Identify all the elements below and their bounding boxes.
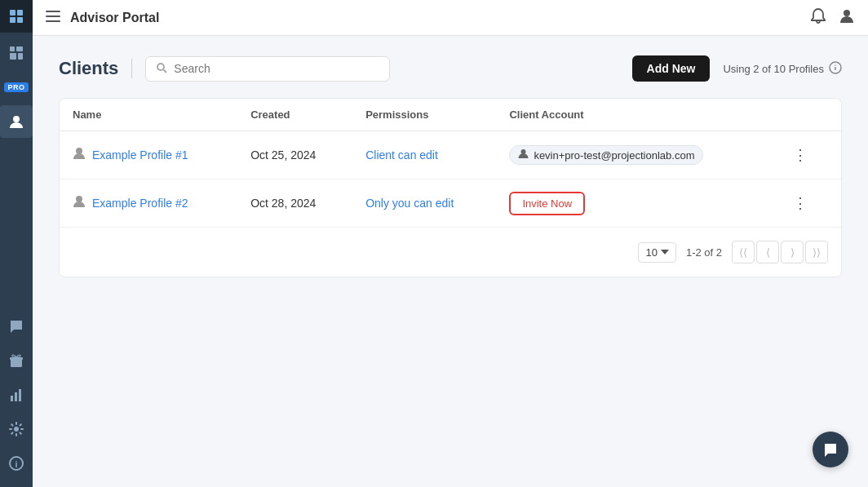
page-nav: ⟨⟨ ⟨ ⟩ ⟩⟩ [732, 241, 828, 263]
top-bar: Clients Add New Using 2 of 10 Profiles [59, 55, 842, 82]
clients-table: Name Created Permissions Client Account … [60, 99, 841, 227]
svg-rect-5 [16, 46, 23, 51]
sidebar-item-chat[interactable] [0, 310, 33, 343]
sidebar-item-gifts[interactable] [0, 344, 33, 377]
col-name: Name [60, 99, 237, 131]
col-actions [773, 99, 841, 131]
sidebar-item-analytics[interactable] [0, 379, 33, 411]
divider [131, 59, 132, 78]
pagination-bar: 10 1-2 of 2 ⟨⟨ ⟨ ⟩ ⟩⟩ [60, 227, 841, 277]
prev-page-button[interactable]: ⟨ [756, 241, 779, 263]
permissions-cell: Only you can edit [352, 179, 496, 228]
sidebar-item-info[interactable]: i [0, 447, 33, 480]
sidebar-item-pro[interactable]: PRO [0, 71, 33, 104]
svg-point-28 [76, 196, 82, 202]
sidebar-logo[interactable] [0, 0, 33, 33]
header-title: Advisor Portal [70, 11, 801, 25]
created-cell: Oct 28, 2024 [237, 179, 352, 228]
sidebar-item-clients[interactable] [0, 105, 33, 138]
next-page-button[interactable]: ⟩ [781, 241, 804, 263]
page-body: Clients Add New Using 2 of 10 Profiles [33, 36, 868, 487]
svg-rect-7 [18, 53, 23, 60]
permissions-link[interactable]: Only you can edit [365, 197, 454, 210]
svg-rect-0 [10, 10, 16, 15]
table-row: Example Profile #2 Oct 28, 2024Only you … [60, 179, 841, 228]
client-account-cell: Invite Now [496, 179, 773, 228]
svg-point-21 [157, 64, 164, 70]
profile-usage-text: Using 2 of 10 Profiles [723, 63, 824, 75]
table-container: Name Created Permissions Client Account … [59, 98, 842, 277]
account-badge: kevin+pro-test@projectionlab.com [509, 145, 703, 165]
table-row: Example Profile #1 Oct 25, 2024Client ca… [60, 131, 841, 179]
add-new-button[interactable]: Add New [632, 55, 711, 82]
svg-line-22 [164, 69, 167, 73]
sidebar-item-dashboard[interactable] [0, 37, 33, 69]
account-person-icon [518, 148, 529, 162]
pro-badge: PRO [4, 82, 28, 92]
col-permissions: Permissions [352, 99, 496, 131]
per-page-select[interactable]: 10 [638, 242, 675, 263]
per-page-value: 10 [645, 246, 657, 259]
person-icon [73, 147, 86, 163]
sidebar-item-settings[interactable] [0, 413, 33, 445]
first-page-button[interactable]: ⟨⟨ [732, 241, 755, 263]
svg-rect-2 [10, 17, 16, 23]
header-icons [811, 7, 855, 28]
sidebar: PRO i [0, 0, 33, 487]
svg-point-14 [14, 427, 19, 432]
col-client-account: Client Account [496, 99, 773, 131]
svg-rect-12 [15, 392, 17, 401]
account-email: kevin+pro-test@projectionlab.com [534, 149, 694, 162]
actions-cell: ⋮ [773, 131, 841, 179]
svg-rect-3 [17, 17, 23, 23]
svg-rect-13 [19, 389, 21, 401]
page-title: Clients [59, 58, 118, 79]
svg-rect-11 [11, 396, 13, 401]
svg-text:i: i [15, 459, 17, 469]
svg-rect-19 [46, 20, 60, 22]
col-created: Created [237, 99, 352, 131]
client-account-cell: kevin+pro-test@projectionlab.com [496, 131, 773, 179]
search-input[interactable] [174, 62, 379, 75]
name-cell: Example Profile #2 [60, 179, 237, 228]
name-cell: Example Profile #1 [60, 131, 237, 179]
created-cell: Oct 25, 2024 [237, 131, 352, 179]
last-page-button[interactable]: ⟩⟩ [805, 241, 828, 263]
permissions-link[interactable]: Client can edit [365, 148, 438, 162]
svg-rect-1 [17, 10, 23, 15]
profile-link[interactable]: Example Profile #1 [92, 148, 188, 162]
svg-point-25 [835, 64, 835, 65]
menu-icon[interactable] [46, 9, 60, 26]
svg-rect-4 [10, 46, 15, 51]
header: Advisor Portal [33, 0, 868, 36]
svg-point-20 [844, 10, 850, 16]
user-icon[interactable] [839, 7, 855, 28]
svg-rect-17 [46, 11, 60, 12]
page-info: 1-2 of 2 [686, 246, 722, 259]
person-icon [73, 195, 86, 211]
profile-link[interactable]: Example Profile #2 [92, 197, 188, 210]
actions-cell: ⋮ [773, 179, 841, 228]
chat-bubble-button[interactable] [813, 432, 848, 467]
profile-info-icon[interactable] [829, 61, 842, 77]
search-icon [156, 62, 167, 76]
svg-point-8 [13, 116, 20, 122]
search-box[interactable] [145, 56, 390, 82]
notifications-icon[interactable] [811, 7, 826, 28]
invite-now-button[interactable]: Invite Now [509, 192, 585, 215]
more-options-button[interactable]: ⋮ [786, 191, 814, 215]
svg-rect-6 [10, 53, 16, 60]
main-content: Advisor Portal Clients Add New [33, 0, 868, 487]
permissions-cell: Client can edit [352, 131, 496, 179]
table-header-row: Name Created Permissions Client Account [60, 99, 841, 131]
profile-usage: Using 2 of 10 Profiles [723, 61, 842, 77]
svg-rect-18 [46, 15, 60, 17]
svg-point-26 [76, 148, 82, 154]
more-options-button[interactable]: ⋮ [786, 143, 814, 167]
